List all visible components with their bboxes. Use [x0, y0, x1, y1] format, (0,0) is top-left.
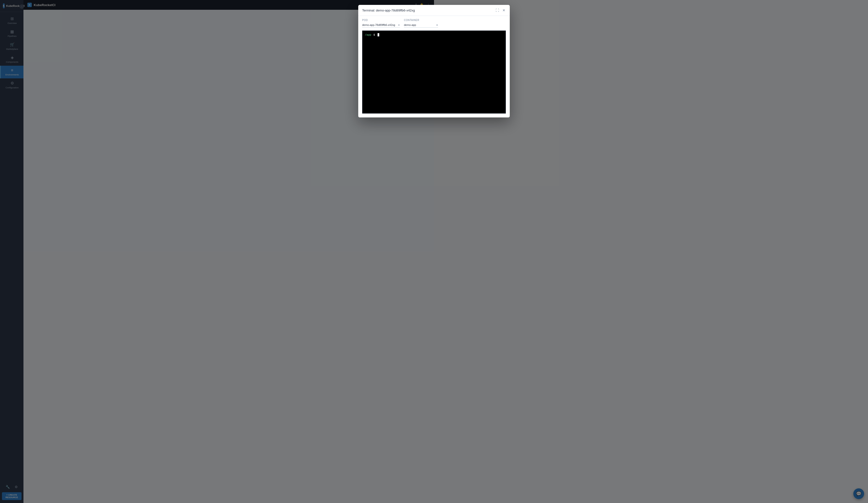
- modal-fields: Pod demo-app-78d89ffb6-x42xg ▾ Container…: [358, 16, 434, 31]
- modal-header: Terminal: demo-app-78d89ffb6-x42xg ⛶ ✕: [358, 5, 434, 16]
- terminal-screen[interactable]: /app $: [362, 31, 434, 114]
- modal-title: Terminal: demo-app-78d89ffb6-x42xg: [362, 9, 415, 12]
- container-label: Container: [404, 19, 434, 21]
- modal-overlay[interactable]: Terminal: demo-app-78d89ffb6-x42xg ⛶ ✕ P…: [0, 0, 434, 251]
- terminal-prompt: /app $: [365, 33, 434, 36]
- container-select[interactable]: demo-app: [404, 22, 434, 28]
- pod-select[interactable]: demo-app-78d89ffb6-x42xg: [362, 22, 400, 28]
- pod-select-wrapper: demo-app-78d89ffb6-x42xg ▾: [362, 22, 400, 28]
- terminal-path: /app: [365, 33, 371, 36]
- terminal-cursor: [378, 33, 379, 36]
- container-field: Container demo-app ▾: [404, 19, 434, 28]
- container-select-wrapper: demo-app ▾: [404, 22, 434, 28]
- terminal-modal: Terminal: demo-app-78d89ffb6-x42xg ⛶ ✕ P…: [358, 5, 434, 117]
- terminal-dollar: $: [372, 33, 375, 36]
- pod-field: Pod demo-app-78d89ffb6-x42xg ▾: [362, 19, 400, 28]
- pod-label: Pod: [362, 19, 400, 21]
